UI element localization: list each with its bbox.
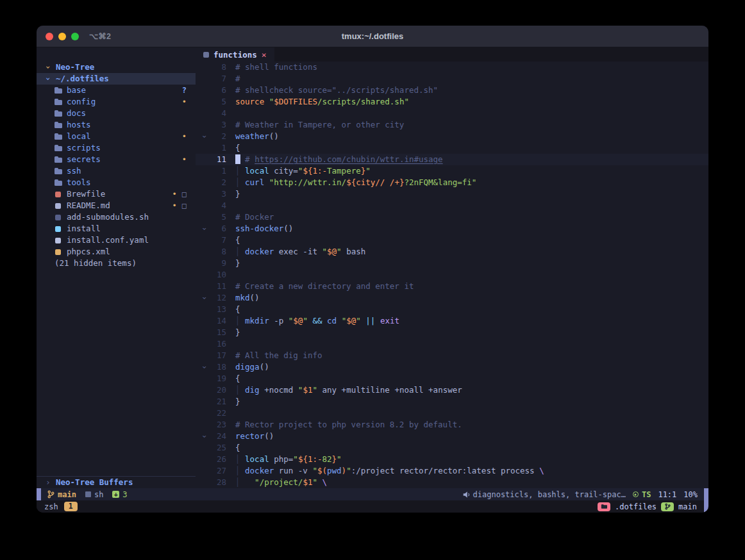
code-token: || (365, 316, 375, 325)
code-token: $DOTFILES (274, 97, 317, 106)
code-line[interactable]: 6ssh-docker() (196, 223, 708, 235)
fold-column (199, 477, 210, 488)
line-text: rector() (226, 431, 274, 442)
line-number: 24 (210, 431, 226, 442)
tree-item-hosts[interactable]: hosts (37, 119, 196, 131)
tree-item-ssh[interactable]: ssh (37, 165, 196, 177)
code-line[interactable]: 23# Rector project to php version 8.2 by… (196, 419, 708, 431)
code-line[interactable]: 11# Create a new directory and enter it (196, 281, 708, 292)
code-line[interactable]: 7{ (196, 235, 708, 246)
close-window-button[interactable] (46, 33, 53, 40)
line-number: 7 (210, 73, 226, 85)
minimize-window-button[interactable] (58, 33, 66, 40)
code-line[interactable]: 17# All the dig info (196, 350, 708, 361)
code-line[interactable]: 26│ local php="${1:-82}" (196, 454, 708, 465)
code-token: # shellcheck source="../scripts/shared.s… (235, 85, 438, 95)
git-branch-icon (47, 490, 54, 498)
fold-chevron-icon[interactable] (199, 133, 210, 140)
line-text: { (226, 442, 240, 454)
code-token: # Weather in Tampere, or other city (235, 120, 404, 129)
code-token: ) (342, 466, 347, 475)
tree-item-scripts[interactable]: scripts (37, 142, 196, 154)
code-line[interactable]: 7# (196, 73, 708, 85)
code-line[interactable]: 4 (196, 108, 708, 119)
tree-item-brewfile[interactable]: Brewfile•□ (37, 188, 196, 200)
treesitter-label: TS (642, 490, 651, 499)
code-line[interactable]: 22 (196, 408, 708, 419)
code-line[interactable]: 9} (196, 258, 708, 269)
code-line[interactable]: 8│ docker exec -it "$@" bash (196, 246, 708, 258)
code-line[interactable]: 4 (196, 200, 708, 211)
git-status-badge: • (172, 188, 177, 200)
tree-item-docs[interactable]: docs (37, 108, 196, 119)
line-number: 9 (210, 258, 226, 269)
tree-item-phpcs-xml[interactable]: phpcs.xml (37, 246, 196, 258)
code-line[interactable]: 18digga() (196, 361, 708, 373)
tree-item-add-submodules-sh[interactable]: add-submodules.sh (37, 211, 196, 223)
code-area[interactable]: 8# shell functions7#6# shellcheck source… (196, 62, 708, 488)
fold-column (199, 96, 210, 108)
line-text: mkd() (226, 292, 260, 304)
code-line[interactable]: 5# Docker (196, 211, 708, 223)
tree-item-install[interactable]: install (37, 223, 196, 235)
code-line[interactable]: 25{ (196, 442, 708, 454)
line-number: 2 (210, 131, 226, 142)
fold-chevron-icon[interactable] (199, 295, 210, 301)
statusline-right-cap (704, 488, 708, 500)
fold-column (199, 269, 210, 281)
neotree-header[interactable]: Neo-Tree (37, 62, 196, 73)
tree-item-install-conf-yaml[interactable]: install.conf.yaml (37, 235, 196, 246)
code-line[interactable]: 19{ (196, 373, 708, 384)
code-line[interactable]: 1│ local city="${1:-Tampere}" (196, 165, 708, 177)
tree-root-item[interactable]: ~/.dotfiles (37, 73, 196, 85)
code-line[interactable]: 13{ (196, 304, 708, 315)
code-line[interactable]: 2│ curl "http://wttr.in/${city// /+}?2nF… (196, 177, 708, 188)
code-line[interactable]: 12mkd() (196, 292, 708, 304)
line-number: 2 (210, 177, 226, 188)
neotree-buffers-section[interactable]: Neo-Tree Buffers (37, 477, 196, 488)
code-line[interactable]: 10 (196, 269, 708, 281)
line-number: 5 (210, 211, 226, 223)
code-line[interactable]: 15} (196, 327, 708, 338)
code-line[interactable]: 24rector() (196, 431, 708, 442)
code-token: $1 (303, 477, 312, 487)
neotree-title: Neo-Tree (56, 62, 94, 73)
fold-chevron-icon[interactable] (199, 226, 210, 232)
tree-item-label: Brewfile (67, 188, 105, 200)
neotree-sidebar: Neo-Tree ~/.dotfiles base?config•docshos… (37, 47, 196, 488)
tree-item-label: add-submodules.sh (67, 211, 149, 223)
fold-chevron-icon[interactable] (199, 364, 210, 370)
code-line[interactable]: 28│ "/project/$1" \ (196, 477, 708, 488)
tree-message: (21 hidden items) (37, 258, 196, 269)
code-line[interactable]: 11 # https://github.com/chubin/wttr.in#u… (196, 154, 708, 165)
tree-item-readme-md[interactable]: README.md•□ (37, 200, 196, 211)
fold-column (199, 73, 210, 85)
code-line[interactable]: 3# Weather in Tampere, or other city (196, 119, 708, 131)
close-tab-icon[interactable]: × (262, 50, 267, 60)
code-line[interactable]: 8# shell functions (196, 62, 708, 73)
line-text: │ "/project/$1" \ (226, 477, 327, 488)
code-line[interactable]: 20│ dig +nocmd "$1" any +multiline +noal… (196, 384, 708, 396)
tree-item-config[interactable]: config• (37, 96, 196, 108)
line-text: } (226, 327, 240, 338)
tree-item-secrets[interactable]: secrets• (37, 154, 196, 165)
tmux-window-badge[interactable]: 1 (64, 502, 78, 511)
code-line[interactable]: 14│ mkdir -p "$@" && cd "$@" || exit (196, 315, 708, 327)
tree-item-tools[interactable]: tools (37, 177, 196, 188)
code-line[interactable]: 6# shellcheck source="../scripts/shared.… (196, 85, 708, 96)
tree-item-base[interactable]: base? (37, 85, 196, 96)
code-line[interactable]: 3} (196, 188, 708, 200)
code-line[interactable]: 5source "$DOTFILES/scripts/shared.sh" (196, 96, 708, 108)
code-token: exit (380, 316, 399, 325)
tree-item-local[interactable]: local• (37, 131, 196, 142)
code-token: " (293, 454, 298, 464)
code-line[interactable]: 1{ (196, 142, 708, 154)
code-line[interactable]: 16 (196, 338, 708, 350)
code-line[interactable]: 27│ docker run -v "$(pwd)":/project rect… (196, 465, 708, 477)
code-line[interactable]: 2weather() (196, 131, 708, 142)
code-token: /scripts/shared.sh" (317, 97, 409, 106)
zoom-window-button[interactable] (71, 33, 79, 40)
fold-chevron-icon[interactable] (199, 433, 210, 440)
code-line[interactable]: 21} (196, 396, 708, 408)
tab-functions[interactable]: functions × (196, 47, 274, 62)
